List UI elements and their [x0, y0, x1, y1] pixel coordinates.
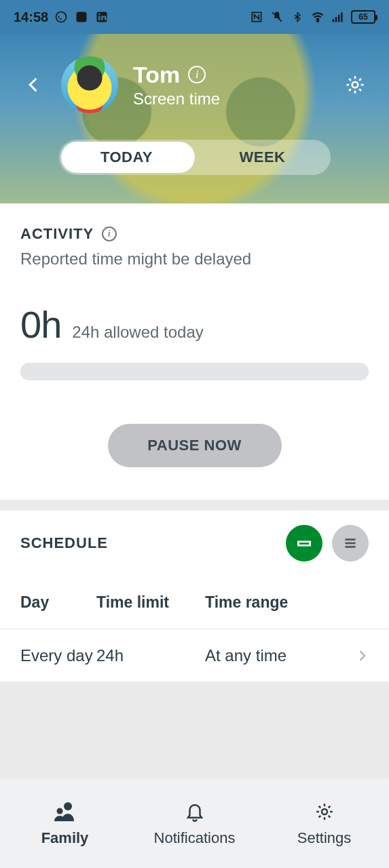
nav-settings-label: Settings [297, 829, 352, 847]
info-icon[interactable]: i [102, 226, 117, 241]
avatar[interactable] [61, 56, 118, 113]
view-list-button[interactable] [332, 525, 369, 561]
tab-week[interactable]: WEEK [195, 140, 331, 175]
period-toggle: TODAY WEEK [59, 140, 331, 175]
battery-icon: 65 [351, 10, 375, 24]
svg-point-7 [317, 20, 319, 22]
nav-notifications-label: Notifications [154, 829, 236, 847]
bottom-nav: Family Notifications Settings [0, 778, 389, 868]
svg-rect-10 [338, 15, 340, 22]
view-single-button[interactable] [286, 525, 322, 561]
svg-point-0 [56, 12, 67, 22]
family-icon [52, 800, 79, 824]
profile-name: Tom [133, 62, 180, 88]
schedule-title: SCHEDULE [20, 534, 108, 552]
tab-today[interactable]: TODAY [59, 140, 195, 175]
schedule-card: SCHEDULE Day Time limit Time range Every… [0, 511, 389, 682]
bell-icon [181, 800, 208, 824]
bluetooth-icon [290, 9, 305, 24]
col-day: Day [20, 593, 96, 612]
linkedin-icon [94, 9, 109, 24]
activity-title: ACTIVITY [20, 225, 94, 243]
activity-card: ACTIVITY i Reported time might be delaye… [0, 203, 389, 500]
svg-point-4 [98, 14, 100, 16]
svg-point-18 [56, 808, 62, 814]
svg-point-17 [64, 802, 72, 810]
svg-rect-13 [298, 542, 310, 545]
pause-button[interactable]: PAUSE NOW [108, 424, 282, 467]
chevron-right-icon [348, 649, 369, 663]
svg-point-12 [352, 82, 358, 88]
status-bar: 14:58 [0, 0, 389, 34]
svg-rect-1 [77, 12, 87, 22]
status-time: 14:58 [14, 9, 48, 25]
svg-rect-8 [333, 19, 335, 22]
whatsapp-icon [54, 9, 69, 24]
nav-notifications[interactable]: Notifications [130, 778, 259, 868]
wifi-icon [310, 9, 325, 24]
info-icon[interactable]: i [188, 66, 206, 83]
settings-button[interactable] [341, 71, 369, 98]
svg-rect-9 [335, 17, 337, 22]
svg-point-19 [322, 809, 327, 814]
time-used: 0h [20, 302, 61, 347]
svg-rect-11 [341, 12, 343, 22]
mute-icon [270, 9, 284, 24]
profile-name-row: Tom i [133, 62, 341, 88]
cell-range: At any time [205, 646, 348, 665]
gear-icon [311, 800, 338, 824]
nav-family-label: Family [41, 829, 89, 847]
page-subtitle: Screen time [133, 90, 341, 108]
cell-day: Every day [20, 646, 96, 665]
nav-settings[interactable]: Settings [259, 778, 389, 868]
col-range: Time range [205, 593, 369, 612]
nav-family[interactable]: Family [0, 778, 130, 868]
back-button[interactable] [20, 71, 48, 98]
cell-limit: 24h [96, 646, 205, 665]
signal-icon [331, 9, 346, 24]
app-icon [74, 9, 89, 24]
col-limit: Time limit [96, 593, 205, 612]
progress-bar [20, 363, 369, 380]
nfc-icon [249, 9, 264, 24]
schedule-header-row: Day Time limit Time range [0, 576, 389, 629]
time-allowed: 24h allowed today [72, 323, 203, 342]
svg-rect-3 [98, 16, 100, 20]
battery-level: 65 [358, 12, 367, 22]
schedule-row[interactable]: Every day 24h At any time [0, 629, 389, 682]
activity-note: Reported time might be delayed [20, 250, 369, 269]
